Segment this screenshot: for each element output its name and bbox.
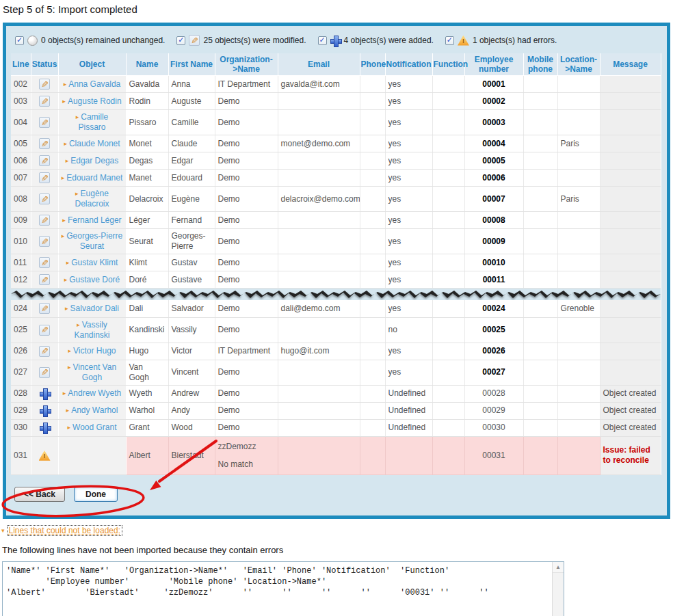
summary-checkbox[interactable]: ✓ [445, 36, 454, 45]
arrow-bullet-icon: ▸ [62, 98, 66, 105]
function-cell [432, 419, 464, 436]
column-header: Message [600, 53, 661, 76]
object-link[interactable]: Camille Pissaro [78, 112, 108, 132]
column-header: Notification [385, 53, 432, 76]
lines-not-loaded-row: ▾ Lines that could not be loaded: [1, 525, 673, 536]
employee-number-cell: 00002 [464, 93, 523, 110]
column-header: Location-​>Name [557, 53, 600, 76]
message-cell [600, 360, 661, 385]
phone-cell [360, 110, 385, 135]
arrow-bullet-icon: ▸ [63, 390, 66, 397]
email-cell: delacroix@demo.com [278, 187, 360, 212]
scroll-up-button[interactable]: ▲ [553, 562, 564, 573]
object-link[interactable]: Vincent Van Gogh [72, 362, 116, 382]
object-link[interactable]: Georges-Pierre Seurat [66, 231, 122, 251]
object-link[interactable]: Auguste Rodin [68, 96, 122, 106]
scrollbar[interactable]: ▲ [552, 562, 564, 616]
modified-pencil-icon: ✎ [39, 138, 50, 149]
object-link[interactable]: Salvador Dali [70, 304, 119, 313]
object-cell: ▸Edouard Manet [58, 170, 126, 187]
mobile-phone-cell [523, 110, 557, 135]
modified-pencil-icon: ✎ [39, 303, 50, 314]
line-cell: 012 [11, 271, 31, 289]
back-button[interactable]: << Back [14, 487, 65, 502]
table-row: 004 ✎ ▸Camille Pissaro Pissaro Camille D… [11, 110, 661, 135]
location-cell [557, 271, 600, 289]
object-link[interactable]: Edgar Degas [70, 156, 118, 165]
phone-cell [360, 170, 385, 187]
arrow-bullet-icon: ▸ [75, 190, 79, 197]
column-header: Email [278, 53, 360, 76]
raw-lines-text[interactable]: 'Name*' 'First Name*' 'Organization->Nam… [3, 562, 564, 602]
notification-cell: yes [385, 93, 432, 110]
object-link[interactable]: Gustave Doré [69, 275, 120, 284]
message-cell [600, 300, 661, 317]
table-row: 009 ✎ ▸Fernand Léger Léger Fernand Demo … [11, 212, 661, 229]
message-cell [600, 229, 661, 254]
summary-checkbox[interactable]: ✓ [15, 36, 24, 45]
import-preview-table: LineStatusObjectNameFirst NameOrganizati… [11, 53, 661, 475]
summary-label: 25 objects(s) were modified. [203, 36, 306, 45]
message-cell [600, 271, 661, 289]
lines-not-loaded-link[interactable]: Lines that could not be loaded: [7, 525, 122, 536]
organization-cell: Demo [215, 300, 278, 317]
employee-number-cell: 00011 [464, 271, 523, 289]
summary-checkbox[interactable]: ✓ [176, 36, 185, 45]
object-cell: ▸Claude Monet [58, 135, 126, 152]
name-cell: Albert [126, 436, 168, 474]
status-cell: ✎ [31, 187, 58, 212]
phone-cell [360, 254, 385, 271]
object-link[interactable]: Andrew Wyeth [68, 388, 121, 398]
employee-number-cell: 00003 [464, 110, 523, 135]
notification-cell: yes [385, 229, 432, 254]
organization-cell: zzDemozzNo match [215, 436, 278, 474]
object-link[interactable]: Andy Warhol [71, 405, 118, 415]
email-cell: gavalda@it.com [278, 76, 360, 93]
function-cell [432, 170, 464, 187]
mobile-phone-cell [523, 300, 557, 317]
object-link[interactable]: Wood Grant [72, 423, 116, 432]
function-cell [432, 93, 464, 110]
object-link[interactable]: Fernand Léger [68, 215, 122, 225]
mobile-phone-cell [523, 402, 557, 419]
summary-checkbox[interactable]: ✓ [318, 36, 327, 45]
function-cell [432, 360, 464, 385]
employee-number-cell: 00027 [464, 360, 523, 385]
line-cell: 005 [11, 135, 31, 152]
object-link[interactable]: Gustav Klimt [71, 258, 118, 267]
object-link[interactable]: Victor Hugo [73, 346, 116, 356]
arrow-bullet-icon: ▸ [66, 157, 69, 164]
modified-pencil-icon: ✎ [39, 96, 50, 107]
employee-number-cell: 00004 [464, 135, 523, 152]
email-cell [278, 385, 360, 402]
employee-number-cell: 00008 [464, 212, 523, 229]
done-button[interactable]: Done [74, 487, 118, 502]
first-name-cell: Anna [168, 76, 215, 93]
function-cell [432, 385, 464, 402]
table-row: 010 ✎ ▸Georges-Pierre Seurat Seurat Geor… [11, 229, 661, 254]
object-link[interactable]: Claude Monet [69, 139, 120, 148]
arrow-bullet-icon: ▸ [62, 217, 66, 224]
object-link[interactable]: Anna Gavalda [68, 79, 120, 89]
location-cell [557, 110, 600, 135]
summary-item: ✓ 0 objects(s) remained unchanged. [15, 36, 165, 46]
object-link[interactable]: Eugène Delacroix [75, 189, 109, 209]
modified-pencil-icon: ✎ [39, 346, 50, 357]
object-cell: ▸Andy Warhol [58, 402, 126, 419]
name-cell: Léger [126, 212, 168, 229]
notification-cell: yes [385, 212, 432, 229]
object-cell: ▸Fernand Léger [58, 212, 126, 229]
mobile-phone-cell [523, 436, 557, 474]
object-link[interactable]: Edouard Manet [66, 173, 122, 183]
notification-cell: Undefined [385, 385, 432, 402]
modified-pencil-icon: ✎ [39, 325, 50, 336]
status-cell: ✎ [31, 300, 58, 317]
phone-cell [360, 187, 385, 212]
arrow-bullet-icon: ▸ [64, 276, 68, 283]
email-cell: monet@demo.com [278, 135, 360, 152]
error-description: The following lines have not been import… [2, 545, 673, 555]
table-row: 012 ✎ ▸Gustave Doré Doré Gustave Demo ye… [11, 271, 661, 289]
message-cell [600, 343, 661, 360]
function-cell [432, 110, 464, 135]
column-header: Employee number [464, 53, 523, 76]
